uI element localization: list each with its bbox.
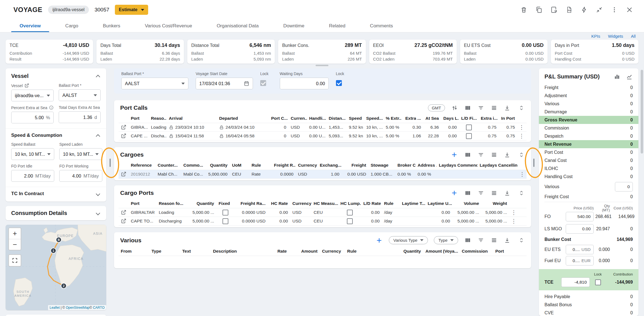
column-header[interactable]: Speed xyxy=(347,116,364,121)
column-header[interactable]: Handli... xyxy=(307,116,326,121)
columns-icon[interactable] xyxy=(464,104,471,111)
column-header[interactable]: At Sea xyxy=(423,116,441,121)
map-marker-b[interactable]: B xyxy=(56,237,61,243)
vertical-scrollbar[interactable] xyxy=(641,70,643,154)
carto-link[interactable]: CARTO xyxy=(93,306,105,310)
column-header[interactable]: Reason fo... xyxy=(157,201,186,206)
bar-chart-icon[interactable] xyxy=(613,73,621,80)
tab-related[interactable]: Related xyxy=(317,20,358,32)
add-cargo-icon[interactable]: + xyxy=(450,151,458,158)
column-header[interactable]: L/D Rate xyxy=(361,201,382,206)
sidebar-resize-handle[interactable] xyxy=(110,159,111,167)
column-header[interactable]: Description xyxy=(211,249,255,254)
tce-input[interactable]: -4,810 xyxy=(561,277,590,287)
map-marker-1[interactable]: 1 xyxy=(51,248,56,253)
filter-icon[interactable] xyxy=(477,189,484,197)
column-header[interactable]: Rule xyxy=(249,163,272,168)
download-icon[interactable] xyxy=(503,151,511,158)
column-header[interactable]: Speed... xyxy=(364,116,383,121)
column-header[interactable]: Departed xyxy=(217,116,269,121)
table-row[interactable]: CAPE TO... Discharging 5,000.00 ... 0.00… xyxy=(119,217,527,226)
column-header[interactable]: Rule xyxy=(382,201,400,206)
column-header[interactable]: Days L... xyxy=(441,116,459,121)
column-header[interactable]: Quantity xyxy=(390,249,423,254)
kpis-link[interactable]: KPIs xyxy=(591,34,600,39)
fo-port-idle-input[interactable]: 2.00MT/day xyxy=(11,170,54,182)
add-various-icon[interactable]: + xyxy=(375,237,383,244)
pdf-export-icon[interactable]: PDF xyxy=(565,6,573,14)
open-in-new-icon[interactable] xyxy=(121,210,126,215)
map-marker-2[interactable]: 2 xyxy=(61,283,67,289)
tc-in-contract-header[interactable]: TC In Contract xyxy=(11,191,101,197)
column-header[interactable]: Port xyxy=(129,201,157,206)
fullscreen-button[interactable] xyxy=(8,254,21,267)
density-icon[interactable] xyxy=(490,237,498,244)
tce-lock-checkbox[interactable] xyxy=(595,279,601,285)
table-row[interactable]: CAPE ... Discha... 15/04/24 11:58 16/04/… xyxy=(119,132,527,140)
various-amount-input[interactable]: 0 xyxy=(615,182,633,191)
info-icon[interactable] xyxy=(49,105,54,110)
column-header[interactable]: Quantity xyxy=(204,163,230,168)
filter-icon[interactable] xyxy=(477,104,484,111)
table-row[interactable]: 20190212 Mabl Ch... Mabl Co... 5,000.000… xyxy=(119,170,527,179)
column-header[interactable]: Counter... xyxy=(155,163,181,168)
ballast-port-select[interactable]: AALST xyxy=(121,78,188,89)
speed-laden-select[interactable]: 10 kn, 10 MT... xyxy=(59,148,102,160)
column-header[interactable]: Amount xyxy=(289,249,320,254)
column-header[interactable]: Volume xyxy=(452,201,481,206)
column-header[interactable]: Fixed xyxy=(216,201,234,206)
consumption-details-header[interactable]: Consumption Details xyxy=(11,210,101,216)
columns-icon[interactable] xyxy=(464,151,471,158)
density-icon[interactable] xyxy=(490,151,498,158)
ld-fixed-checkbox[interactable] xyxy=(466,133,472,139)
column-header[interactable]: Laytime U... xyxy=(425,201,452,206)
column-header[interactable]: From xyxy=(119,249,149,254)
download-icon[interactable] xyxy=(503,189,511,197)
eu-ets-price-input[interactable]: 0....USD xyxy=(566,245,594,254)
column-header[interactable]: Text xyxy=(180,249,211,254)
column-header[interactable]: Weight xyxy=(481,201,509,206)
tab-bunkers[interactable]: Bunkers xyxy=(91,20,132,32)
column-header[interactable]: Arrival xyxy=(167,116,217,121)
filter-icon[interactable] xyxy=(477,151,484,158)
open-in-new-icon[interactable] xyxy=(24,83,29,88)
column-header[interactable]: Laytime T... xyxy=(400,201,425,206)
column-header[interactable]: Freight xyxy=(342,163,368,168)
column-header[interactable]: Port xyxy=(493,249,521,254)
line-chart-icon[interactable] xyxy=(626,73,633,80)
tab-overview[interactable]: Overview xyxy=(7,20,53,32)
collapse-card-icon[interactable] xyxy=(518,151,525,158)
fo-port-working-input[interactable]: 4.00MT/day xyxy=(59,170,102,182)
leaflet-link[interactable]: Leaflet xyxy=(50,306,60,310)
tab-organisational-data[interactable]: Organisational Data xyxy=(204,20,271,32)
speed-ballast-select[interactable]: 10 kn, 10 MT... xyxy=(11,148,54,160)
column-header[interactable]: Reference xyxy=(129,163,155,168)
hc-lumpsum-checkbox[interactable] xyxy=(347,218,353,224)
collapse-card-icon[interactable] xyxy=(518,237,525,244)
column-header[interactable]: Extra ... xyxy=(401,116,423,121)
collapse-card-icon[interactable] xyxy=(518,104,525,111)
voyage-start-date-input[interactable]: 17/03/24 01:36 xyxy=(196,78,253,89)
various-type-dropdown[interactable]: Various Type xyxy=(389,236,428,244)
filter-icon[interactable] xyxy=(477,237,484,244)
total-days-extra-input[interactable]: 1.36d xyxy=(59,111,101,123)
osm-link[interactable]: OpenStreetMap xyxy=(66,306,90,310)
column-header[interactable]: Commo... xyxy=(181,163,204,168)
date-lock-checkbox[interactable] xyxy=(260,80,266,86)
tab-various-cost-revenue[interactable]: Various Cost/Revenue xyxy=(132,20,204,32)
column-header[interactable]: HC Lump... xyxy=(338,201,361,206)
more-options-icon[interactable] xyxy=(610,6,618,14)
gmt-toggle-button[interactable]: GMT xyxy=(428,104,445,111)
column-header[interactable]: HC Measu... xyxy=(311,201,338,206)
column-header[interactable]: L/D Fi... xyxy=(459,116,479,121)
copy-icon[interactable] xyxy=(535,6,543,14)
column-header[interactable]: Stowage xyxy=(368,163,395,168)
table-row[interactable]: GIBRALTAR Loading 5,000.00 ... 0.0000 US… xyxy=(119,208,527,217)
collapse-icon[interactable] xyxy=(595,6,603,14)
column-header[interactable]: Quantity xyxy=(186,201,216,206)
waiting-days-lock-checkbox[interactable] xyxy=(336,80,342,86)
tab-downtime[interactable]: Downtime xyxy=(271,20,317,32)
download-icon[interactable] xyxy=(503,104,511,111)
row-menu-icon[interactable]: ⋮ xyxy=(517,133,526,139)
column-header[interactable]: Rule xyxy=(345,249,390,254)
